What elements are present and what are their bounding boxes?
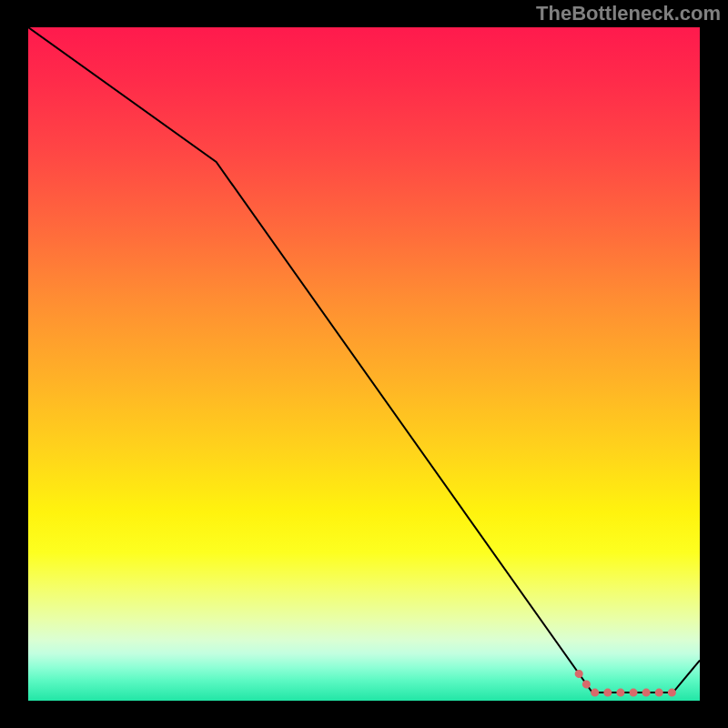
- highlight-series: [579, 673, 672, 693]
- chart-series-svg: [28, 27, 700, 701]
- chart-plot-area: [28, 27, 700, 701]
- watermark-text: TheBottleneck.com: [536, 2, 721, 25]
- line-series-path: [28, 27, 700, 693]
- highlight-series-path: [579, 673, 672, 693]
- line-series: [28, 27, 700, 693]
